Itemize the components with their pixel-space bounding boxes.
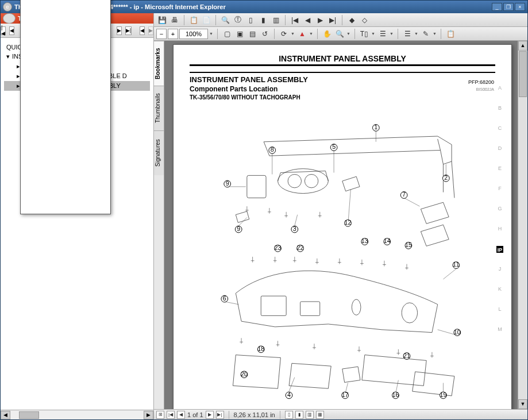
svg-point-6	[352, 299, 361, 315]
fit-page-icon[interactable]: ▣	[234, 28, 245, 40]
snapshot-icon[interactable]: ☰	[377, 28, 388, 40]
status-prev-button[interactable]: ◀	[177, 411, 185, 419]
idx-b[interactable]: B	[496, 105, 503, 112]
svg-text:23: 23	[275, 244, 282, 251]
svg-text:6: 6	[223, 295, 226, 302]
left-hscrollbar[interactable]: ◀ ▶	[1, 410, 153, 419]
idx-l[interactable]: L	[496, 306, 503, 313]
hscroll-thumb[interactable]	[19, 411, 39, 419]
vscroll-up-button[interactable]: ▲	[518, 41, 527, 51]
svg-text:14: 14	[384, 237, 391, 244]
clipboard-tool-icon[interactable]: 📋	[445, 28, 456, 40]
tab-thumbnails[interactable]: Thumbnails	[154, 86, 164, 130]
text-select-icon[interactable]: T▯	[359, 28, 370, 40]
toc-nav: |◀ ◀ 9 of 16 ▶ ▶| ◀ ▶	[1, 24, 153, 38]
print-icon[interactable]: 🖶	[169, 14, 180, 26]
zoom-input[interactable]	[179, 29, 208, 39]
idx-f[interactable]: F	[496, 186, 503, 192]
doc-draw-code: BIS002JA	[476, 87, 494, 91]
actual-size-icon[interactable]: ▢	[221, 28, 233, 40]
zoom-out-button[interactable]: −	[156, 29, 167, 39]
svg-text:2: 2	[444, 174, 448, 181]
last-page-button[interactable]: ▶|	[125, 26, 132, 35]
exploded-diagram: 1 2 3 4 5 6 7 8 9 9 10 11 12 13 14 15 16	[196, 108, 477, 400]
history-back-icon[interactable]: ◆	[346, 14, 357, 26]
select-text-icon[interactable]: Ⓣ	[232, 14, 244, 26]
close-button[interactable]: ×	[515, 3, 525, 11]
minimize-button[interactable]: _	[492, 3, 502, 11]
note-icon[interactable]: ☰	[402, 28, 413, 40]
doc-single-icon[interactable]: ▯	[245, 14, 256, 26]
idx-d[interactable]: D	[496, 145, 503, 152]
svg-text:16: 16	[392, 391, 399, 398]
save-icon[interactable]: 💾	[156, 14, 168, 26]
status-last-button[interactable]: ▶|	[216, 411, 224, 419]
nav-back-button[interactable]: ◀	[140, 26, 145, 35]
svg-text:21: 21	[403, 352, 410, 359]
svg-text:17: 17	[342, 391, 349, 398]
first-page-button[interactable]: |◀	[1, 26, 6, 35]
layout-contfacing-icon[interactable]: ▦	[316, 411, 324, 419]
idx-c[interactable]: C	[496, 125, 503, 132]
svg-text:12: 12	[345, 219, 352, 226]
layout-facing-icon[interactable]: ▥	[306, 411, 314, 419]
next-page-button[interactable]: ▶	[117, 26, 122, 35]
doc-cont-icon[interactable]: ▮	[257, 14, 269, 26]
prev-page-button[interactable]: ◀	[9, 26, 14, 35]
doc-section-title: INSTRUMENT PANEL ASSEMBLY	[190, 72, 495, 84]
idx-ip[interactable]: IP	[496, 246, 503, 253]
status-first-button[interactable]: |◀	[167, 411, 175, 419]
doc-pfp-code: PFP:68200	[468, 79, 494, 85]
vscroll-down-button[interactable]: ▼	[518, 399, 527, 409]
svg-rect-3	[247, 175, 266, 198]
doc-model-line: TK-35/56/70/80 WITHOUT TACHOGRAPH	[190, 94, 495, 101]
zoom-tool-icon[interactable]: 🔍	[334, 28, 345, 40]
pdf-side-tabs: Bookmarks Thumbnails Signatures	[154, 41, 164, 409]
next-icon[interactable]: ▶	[314, 14, 326, 26]
status-size: 8,26 x 11,01 in	[234, 411, 275, 418]
binoculars-icon[interactable]: 🔍	[219, 14, 231, 26]
highlight-icon[interactable]: ✎	[420, 28, 431, 40]
fit-width-icon[interactable]: ▤	[246, 28, 258, 40]
viewer-vscrollbar[interactable]: ▲ ▼	[518, 41, 527, 409]
tab-bookmarks[interactable]: Bookmarks	[154, 41, 164, 86]
reflow-icon[interactable]: ↺	[259, 28, 271, 40]
status-next-button[interactable]: ▶	[206, 411, 214, 419]
hscroll-left-button[interactable]: ◀	[1, 411, 10, 419]
idx-m[interactable]: M	[496, 326, 503, 333]
idx-k[interactable]: K	[496, 286, 503, 293]
prev-icon[interactable]: ◀	[302, 14, 313, 26]
zoom-in-button[interactable]: +	[168, 29, 178, 39]
last-icon[interactable]: ▶|	[327, 14, 338, 26]
idx-h[interactable]: H	[496, 226, 503, 233]
nissan-logo-icon	[3, 13, 16, 24]
pdf-toolbar-1: 💾 🖶 📋 📄 🔍 Ⓣ ▯ ▮ ▥ |◀ ◀ ▶ ▶| ◆ ◇	[154, 13, 527, 27]
layout-single-icon[interactable]: ▯	[285, 411, 293, 419]
svg-point-1	[288, 174, 301, 187]
adobe-icon[interactable]: ▲	[296, 28, 308, 40]
tab-signatures[interactable]: Signatures	[154, 130, 164, 175]
status-grab-icon[interactable]: ⊞	[156, 411, 164, 419]
idx-j[interactable]: J	[496, 266, 503, 273]
nav-fwd-button[interactable]: ▶	[148, 26, 153, 35]
svg-text:10: 10	[454, 329, 461, 336]
rotate-icon[interactable]: ⟳	[278, 28, 290, 40]
history-fwd-icon[interactable]: ◇	[359, 14, 370, 26]
restore-button[interactable]: ❐	[503, 3, 514, 11]
idx-e[interactable]: E	[496, 165, 503, 172]
hscroll-right-button[interactable]: ▶	[144, 411, 153, 419]
layout-cont-icon[interactable]: ▮	[295, 411, 303, 419]
paste-icon[interactable]: 📄	[201, 14, 212, 26]
doc-facing-icon[interactable]: ▥	[270, 14, 282, 26]
vscroll-thumb[interactable]	[519, 51, 527, 97]
first-icon[interactable]: |◀	[289, 14, 300, 26]
zoom-dropdown-icon[interactable]: ▼	[209, 32, 214, 36]
svg-text:8: 8	[271, 146, 274, 153]
copy-icon[interactable]: 📋	[188, 14, 199, 26]
idx-a[interactable]: A	[496, 85, 503, 92]
svg-line-15	[404, 198, 419, 206]
doc-subtitle: Component Parts Location	[190, 85, 495, 93]
hand-tool-icon[interactable]: ✋	[321, 28, 333, 40]
hscroll-track[interactable]	[10, 411, 144, 419]
idx-g[interactable]: G	[496, 206, 503, 213]
